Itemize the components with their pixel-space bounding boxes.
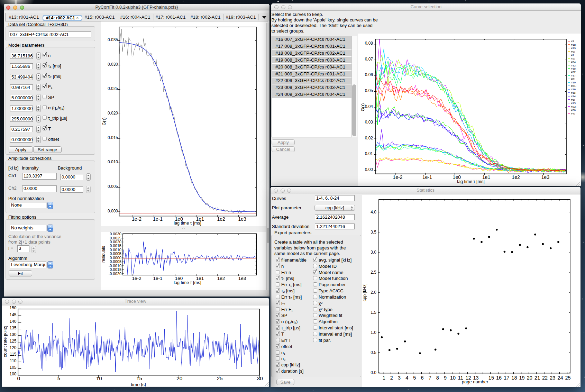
- svg-text:1e2: 1e2: [217, 276, 225, 281]
- svg-text:#18:: #18:: [571, 43, 577, 46]
- svg-text:#23:: #23:: [571, 105, 577, 108]
- svg-text:1e-1: 1e-1: [153, 216, 163, 222]
- svg-text:2: 2: [390, 375, 393, 381]
- svg-text:0.03: 0.03: [365, 120, 373, 125]
- svg-text:105: 105: [9, 365, 16, 370]
- svg-text:#13:: #13:: [571, 102, 577, 105]
- svg-text:16: 16: [496, 375, 502, 381]
- svg-text:0.020: 0.020: [108, 111, 118, 116]
- svg-text:#10:: #10:: [571, 81, 577, 84]
- svg-text:#4:: #4:: [571, 112, 575, 115]
- svg-text:24: 24: [557, 375, 563, 381]
- svg-text:#20:: #20:: [571, 109, 577, 112]
- svg-text:lag time τ [ms]: lag time τ [ms]: [174, 221, 201, 226]
- svg-text:0.005: 0.005: [108, 184, 118, 189]
- svg-text:1e3: 1e3: [238, 276, 246, 281]
- svg-text:#12:: #12:: [571, 64, 577, 67]
- svg-text:30: 30: [257, 375, 263, 381]
- svg-text:23: 23: [550, 375, 555, 381]
- svg-text:lag time τ [ms]: lag time τ [ms]: [457, 179, 484, 184]
- svg-text:22: 22: [542, 375, 548, 381]
- svg-text:G(τ): G(τ): [360, 103, 365, 111]
- svg-text:10: 10: [96, 375, 102, 381]
- svg-text:4.0: 4.0: [371, 210, 376, 215]
- svg-text:3.5: 3.5: [371, 230, 376, 235]
- svg-text:-0.0020: -0.0020: [109, 272, 121, 276]
- svg-text:21: 21: [534, 375, 540, 381]
- svg-text:#14:: #14:: [571, 95, 577, 98]
- svg-text:#19:: #19:: [571, 47, 577, 50]
- svg-text:20: 20: [527, 375, 532, 381]
- svg-text:145: 145: [9, 312, 16, 317]
- svg-text:1e-2: 1e-2: [393, 174, 402, 180]
- svg-text:0.01: 0.01: [365, 151, 373, 156]
- svg-text:0.00: 0.00: [365, 167, 373, 172]
- svg-text:0.0030: 0.0030: [110, 232, 121, 236]
- svg-text:0.035: 0.035: [108, 37, 118, 42]
- svg-text:0.0010: 0.0010: [110, 248, 121, 252]
- svg-text:1e-2: 1e-2: [132, 276, 141, 281]
- svg-text:#21:: #21:: [571, 84, 577, 88]
- svg-text:18: 18: [511, 375, 517, 381]
- svg-text:1e2: 1e2: [512, 174, 520, 180]
- svg-text:8: 8: [436, 375, 439, 381]
- svg-text:125: 125: [9, 339, 16, 344]
- svg-text:150: 150: [9, 306, 16, 310]
- svg-text:19: 19: [519, 375, 525, 381]
- svg-text:0.0005: 0.0005: [110, 252, 121, 256]
- svg-text:9: 9: [444, 375, 447, 381]
- svg-text:-0.0005: -0.0005: [109, 259, 121, 264]
- svg-text:G(τ): G(τ): [102, 118, 107, 126]
- svg-text:110: 110: [10, 358, 16, 363]
- svg-text:1e2: 1e2: [217, 216, 225, 222]
- svg-text:15: 15: [136, 375, 142, 381]
- svg-text:135: 135: [9, 326, 16, 330]
- svg-text:#3:: #3:: [571, 40, 575, 43]
- svg-text:130: 130: [9, 332, 16, 337]
- svg-text:residuals: residuals: [101, 246, 106, 263]
- svg-text:7: 7: [429, 375, 431, 381]
- svg-text:120: 120: [9, 345, 16, 350]
- svg-text:0.015: 0.015: [108, 135, 118, 140]
- svg-text:1e3: 1e3: [541, 174, 550, 180]
- svg-text:1e-1: 1e-1: [422, 174, 432, 180]
- svg-text:0.04: 0.04: [365, 104, 373, 109]
- svg-text:0: 0: [17, 375, 20, 381]
- svg-text:#15:: #15:: [571, 67, 577, 70]
- svg-text:#24:: #24:: [571, 61, 577, 64]
- svg-text:#17:: #17:: [571, 74, 577, 77]
- svg-text:115: 115: [10, 352, 16, 357]
- svg-text:0.000: 0.000: [108, 209, 118, 213]
- svg-text:#16:: #16:: [571, 88, 577, 91]
- svg-text:0.5: 0.5: [371, 350, 376, 355]
- svg-text:1.0: 1.0: [371, 330, 376, 335]
- svg-text:1e-2: 1e-2: [132, 216, 141, 222]
- svg-text:25: 25: [565, 375, 570, 381]
- svg-text:1: 1: [383, 375, 385, 381]
- svg-text:page number: page number: [462, 379, 488, 384]
- svg-text:2.5: 2.5: [371, 270, 376, 275]
- svg-text:cpp [kHz]: cpp [kHz]: [362, 283, 367, 301]
- svg-text:15: 15: [488, 375, 494, 381]
- svg-text:6: 6: [421, 375, 423, 381]
- svg-text:3: 3: [398, 375, 401, 381]
- svg-text:1e3: 1e3: [238, 216, 246, 222]
- svg-text:#2:: #2:: [571, 57, 575, 60]
- svg-text:3.0: 3.0: [371, 250, 376, 255]
- svg-text:0.0: 0.0: [371, 370, 376, 375]
- svg-text:-0.0015: -0.0015: [109, 267, 121, 272]
- svg-text:5: 5: [413, 375, 416, 381]
- svg-text:0.010: 0.010: [108, 159, 118, 164]
- svg-text:0.07: 0.07: [365, 57, 373, 62]
- svg-text:-0.0010: -0.0010: [109, 264, 121, 268]
- svg-text:2.0: 2.0: [371, 290, 376, 295]
- svg-text:0.0015: 0.0015: [110, 244, 121, 248]
- svg-text:0.06: 0.06: [365, 72, 373, 77]
- svg-text:#22:: #22:: [571, 71, 577, 74]
- svg-text:0.0000: 0.0000: [110, 256, 121, 260]
- svg-text:25: 25: [217, 375, 222, 381]
- svg-text:0.08: 0.08: [365, 41, 373, 46]
- svg-text:1.5: 1.5: [371, 310, 376, 315]
- svg-text:count rate [kHz]: count rate [kHz]: [4, 326, 8, 357]
- svg-text:4: 4: [405, 375, 408, 381]
